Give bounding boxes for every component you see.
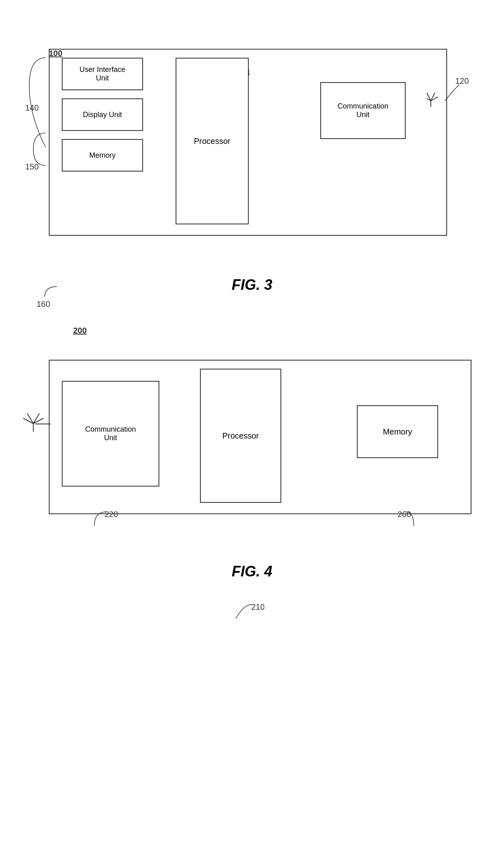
svg-text:140: 140 <box>25 103 39 112</box>
memory-label-fig3: Memory <box>89 151 115 160</box>
display-unit-box: Display Unit <box>62 98 143 131</box>
fig3-left-column: User InterfaceUnit Display Unit Memory <box>62 58 143 172</box>
processor-label-fig3: Processor <box>194 137 230 146</box>
svg-text:120: 120 <box>455 76 469 85</box>
svg-text:150: 150 <box>25 162 39 170</box>
memory-label-fig4: Memory <box>383 427 412 437</box>
processor-box-fig4: Processor <box>200 369 281 503</box>
memory-box-fig3: Memory <box>62 139 143 172</box>
fig3-caption: FIG. 3 <box>24 276 480 293</box>
communication-unit-label-fig4: CommunicationUnit <box>85 425 136 442</box>
user-interface-unit-box: User InterfaceUnit <box>62 58 143 90</box>
communication-unit-box-fig3: CommunicationUnit <box>320 82 406 139</box>
fig3-caption-area: FIG. 3 <box>24 276 480 293</box>
processor-box-fig3: Processor <box>176 58 249 224</box>
svg-text:160: 160 <box>37 300 50 309</box>
communication-unit-label-fig3: CommunicationUnit <box>337 102 388 119</box>
fig4-outer-box: CommunicationUnit 220 Processor Memory <box>49 360 471 514</box>
fig4-caption-area: FIG. 4 <box>24 563 480 580</box>
svg-text:210: 210 <box>251 602 264 611</box>
fig3-outer-box: User InterfaceUnit Display Unit Memory P… <box>49 49 447 236</box>
page: 100 110 120 <box>0 0 504 865</box>
fig4-section: 200 210 <box>24 326 480 514</box>
display-unit-label: Display Unit <box>83 111 122 119</box>
user-interface-unit-label: User InterfaceUnit <box>79 65 125 83</box>
processor-label-fig4: Processor <box>222 431 259 441</box>
fig3-section: 100 110 120 <box>24 49 480 236</box>
fig4-main-label: 200 <box>73 326 504 335</box>
svg-text:260: 260 <box>398 510 411 519</box>
antenna-fig4 <box>19 401 48 434</box>
communication-unit-box-fig4: CommunicationUnit <box>62 381 159 487</box>
fig4-caption: FIG. 4 <box>24 563 480 580</box>
memory-box-fig4: Memory <box>357 405 438 458</box>
svg-text:220: 220 <box>104 510 118 519</box>
